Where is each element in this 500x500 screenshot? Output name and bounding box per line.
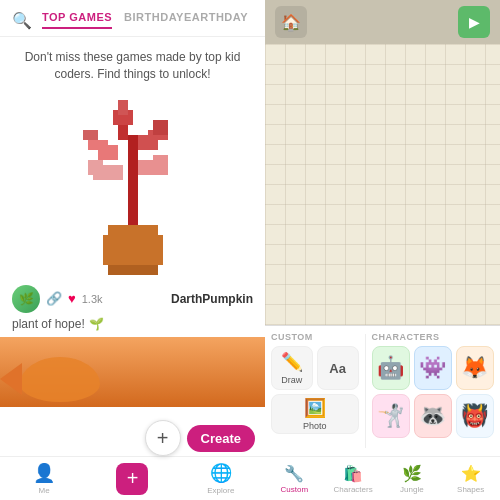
text-icon: Aa (329, 361, 346, 376)
tray-sections: CUSTOM ✏️ Draw Aa 🖼️ Photo (265, 326, 500, 456)
custom-label: CUSTOM (271, 332, 359, 342)
explore-label: Explore (207, 486, 234, 495)
create-button[interactable]: Create (187, 425, 255, 452)
svg-rect-1 (108, 225, 158, 235)
characters-nav-label: Characters (334, 485, 373, 494)
shapes-nav-label: Shapes (457, 485, 484, 494)
pixel-plant-illustration (68, 95, 198, 275)
right-nav-shapes[interactable]: ⭐ Shapes (441, 462, 500, 496)
left-content: Don't miss these games made by top kid c… (0, 37, 265, 456)
right-bottom-nav: 🔧 Custom 🛍️ Characters 🌿 Jungle ⭐ Shapes (265, 456, 500, 500)
right-header: 🏠 ▶ (265, 0, 500, 44)
characters-label: CHARACTERS (372, 332, 495, 342)
add-icon[interactable]: + (116, 463, 148, 495)
right-nav-jungle[interactable]: 🌿 Jungle (383, 462, 442, 496)
photo-label: Photo (303, 421, 327, 431)
right-nav-custom[interactable]: 🔧 Custom (265, 462, 324, 496)
svg-rect-6 (83, 130, 98, 140)
create-btn-row: + Create (145, 420, 255, 456)
avatar: 🌿 (12, 285, 40, 313)
heart-icon[interactable]: ♥ (68, 291, 76, 306)
user-row: 🌿 🔗 ♥ 1.3k DarthPumpkin (0, 279, 265, 315)
svg-rect-3 (108, 265, 158, 275)
search-icon[interactable]: 🔍 (10, 8, 34, 32)
svg-rect-5 (88, 140, 108, 150)
svg-rect-9 (88, 160, 103, 175)
next-game-preview[interactable] (0, 337, 265, 407)
subtitle-text: Don't miss these games made by top kid c… (0, 37, 265, 91)
char-item-2[interactable]: 👾 (414, 346, 452, 390)
jungle-nav-icon: 🌿 (402, 464, 422, 483)
svg-rect-12 (153, 120, 168, 135)
tab-birthday[interactable]: BIRTHDAYEARTHDAY (124, 11, 248, 29)
home-button[interactable]: 🏠 (275, 6, 307, 38)
photo-icon: 🖼️ (304, 397, 326, 419)
svg-rect-18 (118, 100, 128, 115)
right-nav-characters[interactable]: 🛍️ Characters (324, 462, 383, 496)
jungle-nav-label: Jungle (400, 485, 424, 494)
me-label: Me (39, 486, 50, 495)
custom-grid: ✏️ Draw Aa 🖼️ Photo (271, 346, 359, 434)
link-icon[interactable]: 🔗 (46, 291, 62, 306)
char-item-4[interactable]: 🤺 (372, 394, 410, 438)
nav-me[interactable]: 👤 Me (0, 462, 88, 495)
left-panel: 🔍 TOP GAMES BIRTHDAYEARTHDAY Don't miss … (0, 0, 265, 500)
tab-top-games[interactable]: TOP GAMES (42, 11, 112, 29)
text-item[interactable]: Aa (317, 346, 359, 390)
svg-rect-2 (103, 235, 163, 265)
draw-label: Draw (281, 375, 302, 385)
custom-section: CUSTOM ✏️ Draw Aa 🖼️ Photo (265, 326, 365, 456)
right-bottom-tray: CUSTOM ✏️ Draw Aa 🖼️ Photo (265, 325, 500, 500)
shapes-nav-icon: ⭐ (461, 464, 481, 483)
custom-nav-icon: 🔧 (284, 464, 304, 483)
game-description: plant of hope! 🌱 (0, 315, 265, 337)
characters-section: CHARACTERS 🤖 👾 🦊 🤺 🦝 👹 (366, 326, 501, 456)
draw-item[interactable]: ✏️ Draw (271, 346, 313, 390)
play-button[interactable]: ▶ (458, 6, 490, 38)
plant-emoji: 🌱 (89, 317, 104, 331)
me-icon: 👤 (33, 462, 55, 484)
nav-explore[interactable]: 🌐 Explore (177, 462, 265, 495)
char-item-6[interactable]: 👹 (456, 394, 494, 438)
plus-button[interactable]: + (145, 420, 181, 456)
char-item-5[interactable]: 🦝 (414, 394, 452, 438)
characters-grid: 🤖 👾 🦊 🤺 🦝 👹 (372, 346, 495, 438)
fish-decoration (20, 357, 100, 402)
fish-tail (0, 363, 22, 395)
custom-nav-label: Custom (281, 485, 309, 494)
like-count: 1.3k (82, 293, 103, 305)
tabs: TOP GAMES BIRTHDAYEARTHDAY (42, 11, 248, 29)
char-item-3[interactable]: 🦊 (456, 346, 494, 390)
photo-item[interactable]: 🖼️ Photo (271, 394, 359, 434)
left-bottom-nav: 👤 Me + 🌐 Explore (0, 456, 265, 500)
left-header: 🔍 TOP GAMES BIRTHDAYEARTHDAY (0, 0, 265, 37)
canvas-area[interactable] (265, 44, 500, 325)
username: DarthPumpkin (171, 292, 253, 306)
nav-add[interactable]: + (88, 463, 176, 495)
characters-nav-icon: 🛍️ (343, 464, 363, 483)
svg-rect-15 (153, 155, 168, 170)
draw-icon: ✏️ (281, 351, 303, 373)
char-item-1[interactable]: 🤖 (372, 346, 410, 390)
explore-icon: 🌐 (210, 462, 232, 484)
right-panel: 🏠 ▶ CUSTOM ✏️ Draw Aa 🖼️ (265, 0, 500, 500)
svg-rect-0 (128, 135, 138, 225)
